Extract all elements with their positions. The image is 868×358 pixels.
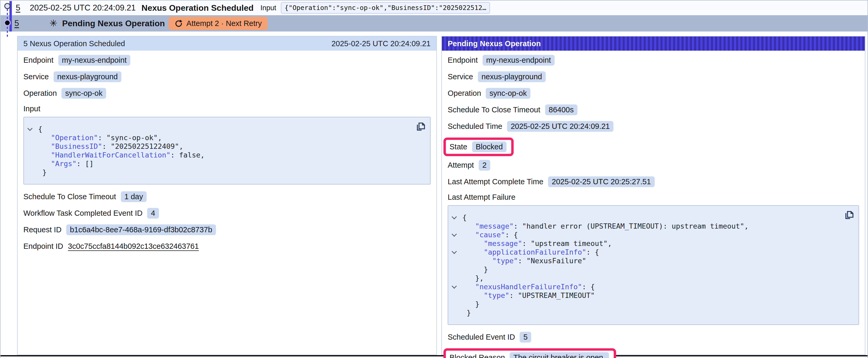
field-row-operation: Operationsync-op-ok [23, 88, 431, 99]
field-label: Workflow Task Completed Event ID [23, 209, 143, 218]
field-value-badge: nexus-playground [478, 71, 546, 82]
collapse-chevron-icon[interactable] [451, 286, 462, 288]
field-list-mid: Attempt2Last Attempt Complete Time2025-0… [448, 160, 859, 187]
field-label: Operation [23, 89, 57, 98]
code-line-text: } [462, 308, 471, 317]
timeline-node-open-icon[interactable] [5, 3, 10, 9]
code-line-text: "nexusHandlerFailureInfo": { [462, 283, 595, 291]
field-value-badge: 2025-02-25 UTC 20:25:27.51 [548, 176, 654, 187]
field-list-top: Endpointmy-nexus-endpointServicenexus-pl… [448, 55, 859, 132]
code-line-text: "message": "handler error (UPSTREAM_TIME… [462, 222, 748, 230]
field-label: Operation [448, 89, 481, 98]
code-line-text: "type": "UPSTREAM_TIMEOUT" [462, 291, 595, 299]
event-row-pending-nexus-operation[interactable]: 5 ✳ Pending Nexus Operation Attempt 2 · … [1, 15, 867, 32]
event-timeline [3, 1, 14, 37]
field-label: Scheduled Event ID [448, 333, 515, 341]
code-line-text: "applicationFailureInfo": { [462, 248, 599, 256]
panel-header-pending: Pending Nexus Operation [442, 36, 865, 51]
field-list-top: Endpointmy-nexus-endpointServicenexus-pl… [23, 55, 431, 99]
code-line-text: }, [462, 274, 484, 282]
collapse-chevron-icon[interactable] [451, 251, 462, 253]
event-id-link[interactable]: 5 [14, 19, 19, 28]
pending-asterisk-icon: ✳ [50, 19, 57, 28]
state-highlight-annotation: State Blocked [443, 137, 514, 156]
field-value-badge: 1 day [121, 191, 147, 202]
field-value-badge: nexus-playground [54, 71, 122, 82]
field-label: Attempt [448, 161, 474, 169]
field-row-endpoint: Endpointmy-nexus-endpoint [23, 55, 431, 66]
field-row-service: Servicenexus-playground [448, 71, 859, 82]
event-detail-panel-scheduled: 5 Nexus Operation Scheduled 2025-02-25 U… [17, 36, 437, 355]
input-section-label: Input [23, 104, 431, 113]
field-list-bottom: Schedule To Close Timeout1 dayWorkflow T… [23, 191, 431, 235]
code-line-text: "HandlerWaitForCancellation": false, [38, 151, 205, 159]
blocked-reason-badge: The circuit breaker is open. [510, 352, 609, 358]
field-value-badge: sync-op-ok [61, 88, 106, 99]
field-label: State [450, 142, 467, 151]
field-row-attempt: Attempt2 [448, 160, 859, 171]
retry-icon [175, 19, 183, 28]
state-value-badge: Blocked [472, 141, 506, 152]
copy-icon[interactable] [844, 209, 854, 221]
field-label: Blocked Reason [450, 353, 505, 358]
field-value-badge: 4 [147, 208, 159, 219]
field-label: Service [448, 72, 473, 81]
field-row-endpoint: Endpointmy-nexus-endpoint [448, 55, 859, 66]
field-value-badge: my-nexus-endpoint [483, 55, 555, 66]
field-label: Schedule To Close Timeout [448, 105, 540, 114]
field-row-state: State Blocked [450, 141, 506, 152]
field-label: Scheduled Time [448, 122, 502, 131]
copy-icon[interactable] [415, 121, 426, 133]
input-label: Input [260, 4, 276, 12]
event-timestamp: 2025-02-25 UTC 20:24:09.21 [30, 3, 135, 12]
event-name: Nexus Operation Scheduled [142, 3, 254, 13]
input-preview-badge: {"Operation":"sync-op-ok","BusinessID":"… [281, 2, 490, 14]
field-value-badge: 5 [520, 332, 531, 343]
field-row-endpoint-id: Endpoint ID 3c0c75ccfa8144b092c13ce63246… [23, 241, 431, 252]
field-value-badge: my-nexus-endpoint [58, 55, 130, 66]
code-line-text: "type": "NexusFailure" [462, 257, 586, 265]
collapse-chevron-icon[interactable] [451, 216, 462, 219]
failure-section-label: Last Attempt Failure [448, 193, 859, 202]
code-line-text: { [38, 125, 42, 133]
field-label: Endpoint ID [23, 242, 63, 251]
code-line-text: } [38, 168, 47, 176]
field-value-badge: sync-op-ok [486, 88, 530, 99]
event-id-link[interactable]: 5 [16, 3, 20, 12]
collapse-chevron-icon[interactable] [451, 234, 462, 236]
panel-title: Pending Nexus Operation [448, 39, 541, 48]
field-row-workflow-task-completed-event-id: Workflow Task Completed Event ID4 [23, 208, 431, 219]
panel-body: Endpointmy-nexus-endpointServicenexus-pl… [18, 51, 436, 252]
retry-attempt-badge: Attempt 2 · Next Retry [169, 17, 268, 30]
input-json-viewer: { "Operation": "sync-op-ok", "BusinessID… [23, 117, 431, 185]
field-row-blocked-reason: Blocked Reason The circuit breaker is op… [450, 352, 609, 358]
temporal-event-history-screen: 5 2025-02-25 UTC 20:24:09.21 Nexus Opera… [0, 0, 868, 358]
field-value-badge: 2025-02-25 UTC 20:24:09.21 [507, 121, 614, 132]
event-row-nexus-operation-scheduled[interactable]: 5 2025-02-25 UTC 20:24:09.21 Nexus Opera… [1, 1, 867, 15]
field-row-scheduled-time: Scheduled Time2025-02-25 UTC 20:24:09.21 [448, 121, 859, 132]
field-row-last-attempt-complete-time: Last Attempt Complete Time2025-02-25 UTC… [448, 176, 859, 187]
endpoint-id-link[interactable]: 3c0c75ccfa8144b092c13ce632463761 [68, 242, 199, 251]
code-line-text: "cause": { [462, 231, 518, 239]
field-row-schedule-to-close-timeout: Schedule To Close Timeout1 day [23, 191, 431, 202]
blocked-reason-highlight-annotation: Blocked Reason The circuit breaker is op… [443, 348, 616, 358]
code-line-text: "message": "upstream timeout", [462, 239, 612, 248]
code-line-text: "Operation": "sync-op-ok", [38, 134, 162, 142]
collapse-chevron-icon[interactable] [27, 128, 38, 130]
panel-title: 5 Nexus Operation Scheduled [23, 39, 125, 48]
field-row-operation: Operationsync-op-ok [448, 88, 859, 99]
failure-json-viewer: { "message": "handler error (UPSTREAM_TI… [448, 205, 859, 325]
field-label: Endpoint [448, 56, 478, 65]
pending-event-name: Pending Nexus Operation [62, 19, 165, 28]
code-line-text: } [462, 300, 479, 308]
field-label: Endpoint [23, 56, 54, 65]
code-line-text: } [462, 265, 488, 273]
timeline-node-current-icon[interactable] [5, 21, 10, 25]
field-row-service: Servicenexus-playground [23, 71, 431, 82]
field-row-scheduled-event-id: Scheduled Event ID 5 [448, 332, 859, 343]
code-line-text: { [462, 214, 467, 222]
field-label: Request ID [23, 225, 61, 234]
field-row-request-id: Request IDb1c6a4bc-8ee7-468a-9169-df3b02… [23, 224, 431, 235]
field-label: Schedule To Close Timeout [23, 192, 116, 201]
retry-attempt-text: Attempt 2 · Next Retry [187, 19, 262, 28]
